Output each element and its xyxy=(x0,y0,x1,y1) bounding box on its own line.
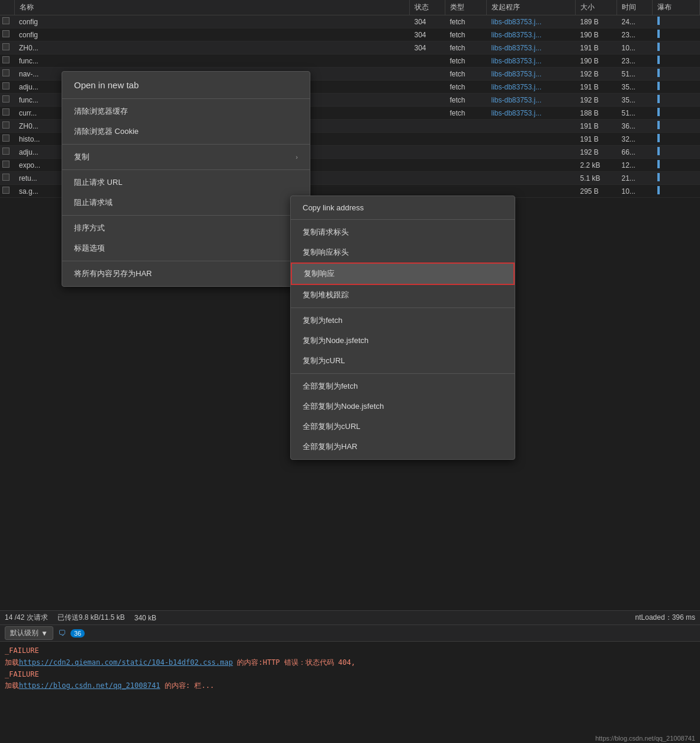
menu-sort[interactable]: 排序方式 › xyxy=(62,218,310,238)
row-initiator: libs-db83753.j... xyxy=(487,107,576,120)
row-type xyxy=(445,172,487,185)
message-icon: 🗨 xyxy=(58,629,66,638)
row-checkbox[interactable] xyxy=(0,146,14,159)
menu-copy-as-fetch[interactable]: 复制为fetch xyxy=(291,310,515,331)
table-row[interactable]: ZH0... 304 fetch libs-db83753.j... 191 B… xyxy=(0,41,700,55)
menu-copy-all-node-fetch[interactable]: 全部复制为Node.jsfetch xyxy=(291,396,515,417)
menu-save-har[interactable]: 将所有内容另存为HAR xyxy=(62,264,310,284)
menu-copy-request-headers[interactable]: 复制请求标头 xyxy=(291,222,515,242)
row-size: 191 B xyxy=(576,81,617,94)
row-time: 24... xyxy=(617,15,653,28)
log-count-badge: 36 xyxy=(70,629,85,638)
table-row[interactable]: func... fetch libs-db83753.j... 190 B 23… xyxy=(0,55,700,68)
row-status xyxy=(410,94,445,107)
row-status: 304 xyxy=(410,28,445,41)
row-size: 5.1 kB xyxy=(576,172,617,185)
row-name: func... xyxy=(14,55,410,68)
row-size: 191 B xyxy=(576,133,617,146)
requests-count: 14 /42 次请求 xyxy=(5,613,48,623)
row-status xyxy=(410,68,445,81)
row-waterfall xyxy=(653,133,700,146)
row-checkbox[interactable] xyxy=(0,68,14,81)
log-toolbar: 默认级别 ▼ 🗨 36 xyxy=(0,625,700,642)
menu-copy-link[interactable]: Copy link address xyxy=(291,198,515,217)
row-status: 304 xyxy=(410,15,445,28)
menu-copy-all-fetch[interactable]: 全部复制为fetch xyxy=(291,376,515,396)
row-checkbox[interactable] xyxy=(0,120,14,133)
url-bar: https://blog.csdn.net/qq_21008741 xyxy=(590,734,700,743)
row-checkbox[interactable] xyxy=(0,185,14,198)
col-time: 时间 xyxy=(617,0,653,15)
row-type xyxy=(445,159,487,172)
row-checkbox[interactable] xyxy=(0,55,14,68)
row-initiator xyxy=(487,172,576,185)
table-row[interactable]: config 304 fetch libs-db83753.j... 189 B… xyxy=(0,15,700,28)
row-size: 190 B xyxy=(576,55,617,68)
menu-copy-stack-trace[interactable]: 复制堆栈跟踪 xyxy=(291,285,515,305)
row-time: 35... xyxy=(617,94,653,107)
menu-open-new-tab[interactable]: Open in new tab xyxy=(62,74,310,96)
col-status: 状态 xyxy=(410,0,445,15)
row-size: 191 B xyxy=(576,41,617,55)
row-waterfall xyxy=(653,68,700,81)
dropdown-arrow-icon: ▼ xyxy=(41,629,48,638)
menu-copy-as-curl[interactable]: 复制为cURL xyxy=(291,351,515,371)
submenu-separator-2 xyxy=(291,308,515,308)
row-time: 66... xyxy=(617,146,653,159)
row-waterfall xyxy=(653,94,700,107)
row-time: 21... xyxy=(617,172,653,185)
col-checkbox xyxy=(0,0,14,15)
col-type: 类型 xyxy=(445,0,487,15)
menu-clear-cache[interactable]: 清除浏览器缓存 xyxy=(62,101,310,121)
menu-separator-5 xyxy=(62,261,310,261)
row-checkbox[interactable] xyxy=(0,41,14,55)
row-checkbox[interactable] xyxy=(0,107,14,120)
table-row[interactable]: config 304 fetch libs-db83753.j... 190 B… xyxy=(0,28,700,41)
row-status xyxy=(410,146,445,159)
row-size: 2.2 kB xyxy=(576,159,617,172)
menu-copy[interactable]: 复制 › xyxy=(62,147,310,167)
row-checkbox[interactable] xyxy=(0,28,14,41)
menu-clear-cookie[interactable]: 清除浏览器 Cookie xyxy=(62,121,310,142)
row-status xyxy=(410,107,445,120)
log-line: _FAILURE xyxy=(5,646,695,656)
row-checkbox[interactable] xyxy=(0,81,14,94)
menu-block-domain[interactable]: 阻止请求域 xyxy=(62,193,310,213)
menu-copy-response[interactable]: 复制响应 xyxy=(291,262,515,285)
menu-copy-all-curl[interactable]: 全部复制为cURL xyxy=(291,417,515,437)
row-checkbox[interactable] xyxy=(0,133,14,146)
row-status xyxy=(410,81,445,94)
row-checkbox[interactable] xyxy=(0,159,14,172)
row-time: 51... xyxy=(617,68,653,81)
row-size: 189 B xyxy=(576,15,617,28)
row-initiator: libs-db83753.j... xyxy=(487,94,576,107)
row-checkbox[interactable] xyxy=(0,15,14,28)
transferred-size: 已传送9.8 kB/11.5 kB xyxy=(57,613,125,623)
log-content: _FAILURE 加载https://cdn2.qieman.com/stati… xyxy=(0,642,700,695)
row-status xyxy=(410,120,445,133)
row-time: 23... xyxy=(617,55,653,68)
log-level-button[interactable]: 默认级别 ▼ xyxy=(5,626,53,640)
row-checkbox[interactable] xyxy=(0,94,14,107)
context-menu-left: Open in new tab 清除浏览器缓存 清除浏览器 Cookie 复制 … xyxy=(62,71,310,287)
menu-separator-2 xyxy=(62,144,310,145)
row-checkbox[interactable] xyxy=(0,172,14,185)
menu-block-url[interactable]: 阻止请求 URL xyxy=(62,172,310,193)
menu-copy-response-headers[interactable]: 复制响应标头 xyxy=(291,242,515,262)
context-menu-right: Copy link address 复制请求标头 复制响应标头 复制响应 复制堆… xyxy=(290,196,515,460)
log-area: 默认级别 ▼ 🗨 36 _FAILURE 加载https://cdn2.qiem… xyxy=(0,624,700,743)
menu-header-options[interactable]: 标题选项 › xyxy=(62,238,310,258)
menu-copy-as-node-fetch[interactable]: 复制为Node.jsfetch xyxy=(291,331,515,351)
row-time: 10... xyxy=(617,41,653,55)
row-status xyxy=(410,133,445,146)
log-link[interactable]: https://cdn2.qieman.com/static/104-b14df… xyxy=(19,658,233,667)
menu-copy-all-har[interactable]: 全部复制为HAR xyxy=(291,437,515,457)
row-waterfall xyxy=(653,120,700,133)
log-link-2[interactable]: https://blog.csdn.net/qq_21008741 xyxy=(19,681,160,690)
row-waterfall xyxy=(653,107,700,120)
row-type: fetch xyxy=(445,81,487,94)
row-initiator: libs-db83753.j... xyxy=(487,41,576,55)
row-type xyxy=(445,120,487,133)
row-size: 295 B xyxy=(576,185,617,198)
submenu-separator-1 xyxy=(291,219,515,220)
